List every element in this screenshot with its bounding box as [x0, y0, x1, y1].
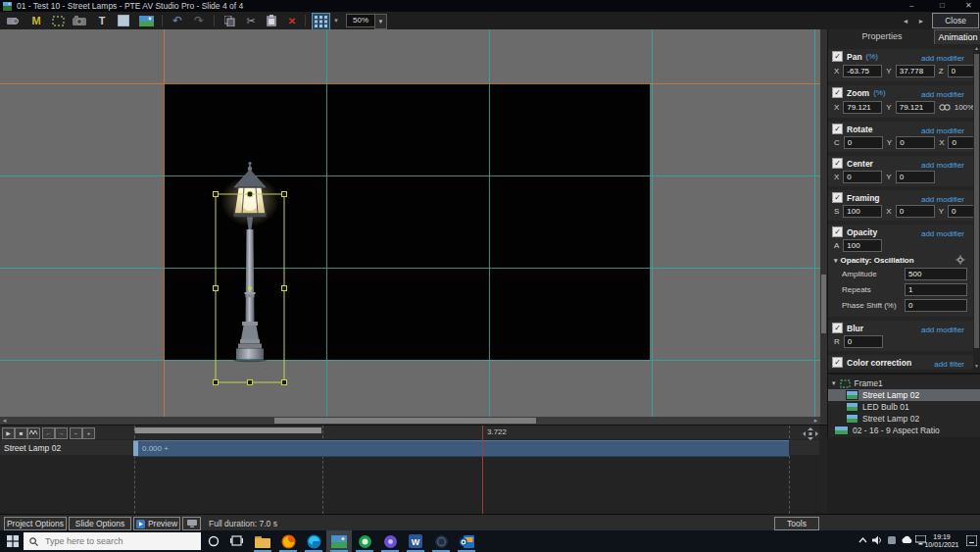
rotate-add-modifier-link[interactable]: add modifier — [921, 126, 964, 135]
taskbar-purple-app[interactable] — [377, 530, 403, 552]
action-center-icon[interactable] — [966, 535, 977, 546]
tree-item-street-lamp-02[interactable]: Street Lamp 02 — [828, 389, 980, 401]
panel-scrollbar[interactable]: ▲ ▼ — [973, 44, 980, 370]
taskbar-outlook[interactable] — [454, 530, 479, 552]
add-filter-link[interactable]: add filter — [934, 360, 964, 369]
scroll-up-icon[interactable]: ▲ — [973, 45, 980, 51]
search-input[interactable] — [43, 535, 174, 547]
framing-x-input[interactable] — [896, 205, 935, 218]
rotate-checkbox[interactable]: ✓ — [832, 124, 843, 134]
gear-icon[interactable] — [956, 255, 965, 265]
pan-view-icon[interactable] — [803, 427, 818, 440]
framing-add-modifier-link[interactable]: add modifier — [921, 195, 964, 204]
redo-icon[interactable]: ↷ — [190, 13, 208, 28]
blur-add-modifier-link[interactable]: add modifier — [921, 326, 964, 334]
delete-icon[interactable]: ✕ — [283, 13, 301, 28]
tray-app-icon[interactable] — [887, 535, 897, 545]
tree-item-frame[interactable]: ▾ Frame1 — [828, 377, 978, 389]
center-checkbox[interactable]: ✓ — [832, 158, 843, 169]
tools-button[interactable]: Tools — [774, 517, 819, 530]
rectangle-tool-icon[interactable] — [115, 13, 132, 28]
playhead-line[interactable] — [482, 426, 483, 514]
center-x-input[interactable] — [843, 171, 882, 183]
tray-chevron-icon[interactable] — [858, 537, 867, 543]
framing-s-input[interactable] — [843, 205, 882, 218]
taskbar-clock[interactable]: 19:19 10/01/2021 — [922, 533, 961, 549]
opacity-a-input[interactable] — [843, 239, 882, 252]
opacity-add-modifier-link[interactable]: add modifier — [921, 229, 964, 238]
tree-item-led-bulb-01[interactable]: LED Bulb 01 — [828, 401, 980, 413]
vertical-scroll-thumb[interactable] — [821, 275, 826, 333]
center-add-modifier-link[interactable]: add modifier — [921, 161, 964, 170]
color-correction-checkbox[interactable]: ✓ — [832, 357, 843, 368]
horizontal-scroll-thumb[interactable] — [274, 418, 536, 424]
pan-y-input[interactable] — [896, 65, 935, 77]
rotate-y-input[interactable] — [896, 136, 935, 149]
paste-icon[interactable] — [263, 13, 280, 28]
zoom-level-input[interactable]: 50% — [346, 14, 375, 27]
keyframe-zigzag-icon[interactable] — [27, 427, 40, 439]
zoom-checkbox[interactable]: ✓ — [832, 87, 843, 98]
tree-item-aspect-ratio[interactable]: 02 - 16 - 9 Aspect Ratio — [828, 425, 980, 436]
center-y-input[interactable] — [896, 171, 935, 183]
amplitude-input[interactable] — [905, 268, 967, 280]
start-button[interactable] — [7, 535, 19, 547]
tab-properties[interactable]: Properties — [830, 29, 934, 43]
tree-item-street-lamp-02b[interactable]: Street Lamp 02 — [828, 413, 980, 425]
pan-checkbox[interactable]: ✓ — [832, 51, 843, 62]
add-image-icon[interactable] — [136, 13, 156, 28]
cut-icon[interactable]: ✂ — [242, 13, 260, 28]
zoom-out-timeline-button[interactable]: − — [70, 427, 82, 439]
scroll-left-icon[interactable]: ◄ — [0, 417, 9, 425]
grid-dropdown-icon[interactable]: ▼ — [331, 13, 341, 28]
selection-frame-icon[interactable] — [49, 13, 67, 28]
m-tool-icon[interactable]: M — [27, 13, 45, 28]
zoom-x-input[interactable] — [843, 101, 882, 114]
framing-checkbox[interactable]: ✓ — [832, 192, 843, 203]
slide-options-button[interactable]: Slide Options — [69, 517, 131, 530]
chevron-down-icon[interactable]: ▾ — [832, 379, 836, 387]
zoom-in-timeline-button[interactable]: + — [82, 427, 95, 439]
link-values-icon[interactable] — [939, 104, 951, 111]
next-slide-button[interactable]: ► — [915, 13, 927, 28]
close-window-button[interactable]: ✕ — [965, 0, 972, 12]
project-options-button[interactable]: Project Options — [4, 517, 67, 530]
panel-scroll-thumb[interactable] — [974, 54, 979, 348]
prev-slide-button[interactable]: ◄ — [900, 13, 911, 28]
blur-checkbox[interactable]: ✓ — [832, 323, 843, 333]
keyframe-handle[interactable] — [133, 441, 138, 456]
taskbar-edge[interactable] — [301, 530, 326, 552]
blur-r-input[interactable] — [844, 335, 883, 348]
scroll-right-icon[interactable]: ► — [811, 417, 820, 425]
opacity-checkbox[interactable]: ✓ — [832, 226, 843, 237]
repeats-input[interactable] — [905, 283, 967, 296]
tab-animation[interactable]: Animation — [934, 29, 980, 44]
taskbar-dark-app[interactable] — [428, 530, 454, 552]
pan-add-modifier-link[interactable]: add modifier — [921, 54, 964, 63]
task-view-icon[interactable] — [230, 535, 243, 546]
taskbar-explorer[interactable] — [250, 530, 275, 552]
canvas-horizontal-scrollbar[interactable]: ◄ ► — [0, 417, 820, 425]
zoom-y-input[interactable] — [896, 101, 935, 114]
chevron-down-icon[interactable]: ▾ — [834, 257, 838, 265]
cortana-icon[interactable] — [208, 535, 220, 547]
rotate-c-input[interactable] — [844, 136, 883, 149]
text-tool-icon[interactable]: T — [93, 13, 111, 28]
minimize-button[interactable]: – — [909, 0, 913, 12]
editor-canvas[interactable]: ◄ ► — [0, 29, 820, 425]
phase-shift-input[interactable] — [905, 299, 967, 312]
maximize-button[interactable]: □ — [940, 0, 945, 12]
undo-icon[interactable]: ↶ — [169, 13, 186, 28]
taskbar-search[interactable] — [24, 532, 201, 550]
preview-button[interactable]: Preview — [133, 517, 180, 530]
pan-x-input[interactable] — [843, 65, 882, 77]
play-button[interactable]: ▶ — [2, 427, 15, 439]
stop-button[interactable]: ■ — [15, 427, 27, 439]
slideshow-icon[interactable] — [4, 13, 22, 28]
fullscreen-preview-button[interactable] — [182, 517, 201, 530]
camera-icon[interactable] — [71, 13, 88, 28]
taskbar-pte-av-studio[interactable] — [326, 530, 352, 552]
volume-icon[interactable] — [872, 535, 883, 545]
taskbar-green-app[interactable] — [352, 530, 377, 552]
onedrive-cloud-icon[interactable] — [901, 535, 912, 544]
